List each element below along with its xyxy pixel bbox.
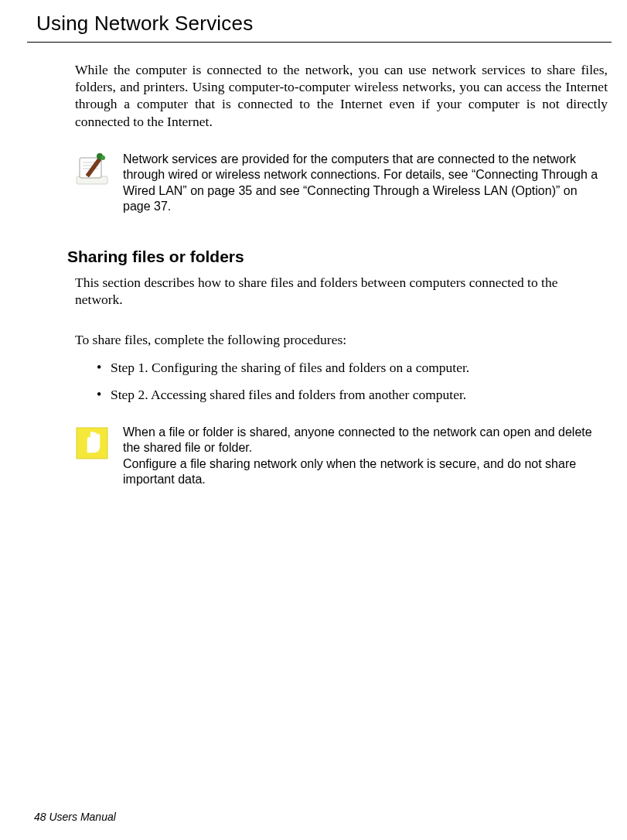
page-footer: 48 Users Manual: [34, 811, 116, 823]
procedures-lead: To share files, complete the following p…: [75, 331, 608, 348]
page-title: Using Network Services: [36, 12, 608, 36]
caution-line-2: Configure a file sharing network only wh…: [123, 457, 576, 486]
svg-point-6: [101, 155, 105, 160]
caution-text: When a file or folder is shared, anyone …: [123, 425, 608, 488]
note-pen-icon: [75, 153, 109, 187]
caution-block: When a file or folder is shared, anyone …: [75, 425, 608, 488]
note-block: Network services are provided for the co…: [75, 152, 608, 215]
content-area: While the computer is connected to the n…: [75, 61, 608, 488]
note-text: Network services are provided for the co…: [123, 152, 608, 215]
procedure-steps: Step 1. Configuring the sharing of files…: [97, 359, 608, 402]
caution-line-1: When a file or folder is shared, anyone …: [123, 425, 592, 454]
caution-hand-icon: [75, 426, 109, 460]
list-item: Step 1. Configuring the sharing of files…: [97, 359, 608, 376]
section-heading: Sharing files or folders: [67, 248, 608, 266]
section-intro: This section describes how to share file…: [75, 274, 608, 308]
intro-paragraph: While the computer is connected to the n…: [75, 61, 608, 130]
list-item: Step 2. Accessing shared files and folde…: [97, 386, 608, 403]
title-divider: [27, 42, 612, 43]
